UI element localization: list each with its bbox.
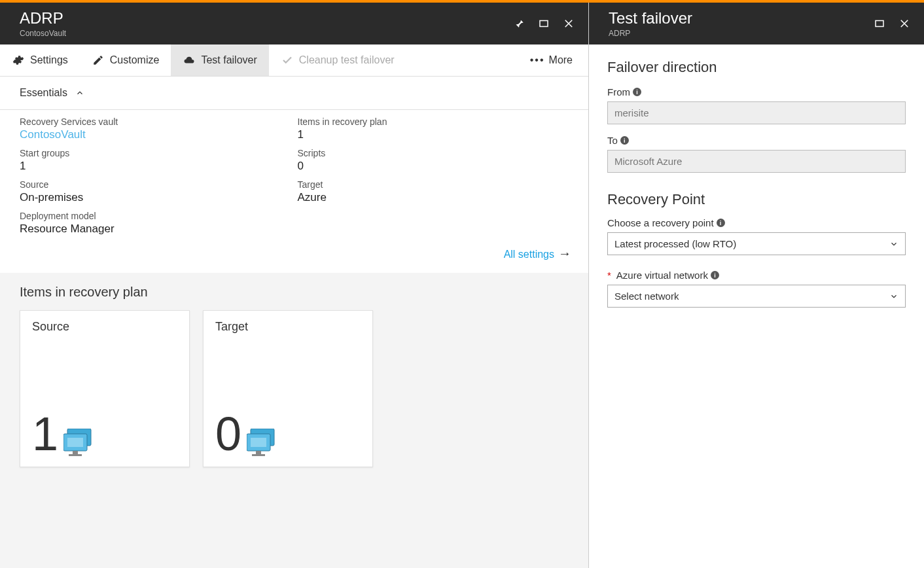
more-button[interactable]: ••• More — [514, 45, 588, 75]
left-pane: ADRP ContosoVault Settings — [0, 3, 589, 568]
recovery-point-title: Recovery Point — [607, 191, 906, 208]
left-toolbar: Settings Customize Test failover Cleanup… — [0, 44, 588, 77]
ess-label: Start groups — [20, 148, 291, 158]
ess-value: Azure — [298, 191, 569, 204]
right-blade-title: Test failover — [609, 9, 873, 27]
customize-label: Customize — [110, 54, 160, 66]
info-icon[interactable]: i — [711, 271, 719, 279]
ess-value-link[interactable]: ContosoVault — [20, 128, 291, 141]
tile-count: 0 — [215, 410, 241, 457]
right-pane: Test failover ADRP Failover direction Fr… — [589, 3, 924, 568]
ess-source: Source On-premises — [20, 179, 291, 204]
required-star-icon: * — [607, 270, 611, 281]
svg-rect-5 — [69, 454, 82, 456]
choose-rp-label: Choose a recovery point i — [607, 217, 906, 228]
maximize-icon[interactable] — [537, 17, 550, 30]
tile-source[interactable]: Source 1 — [20, 310, 190, 467]
right-blade-subtitle: ADRP — [609, 29, 873, 38]
ess-label: Source — [20, 179, 291, 190]
ess-target: Target Azure — [298, 179, 569, 204]
more-label: More — [549, 54, 573, 66]
svg-rect-4 — [73, 451, 78, 454]
close-icon[interactable] — [898, 17, 911, 30]
ess-value: 0 — [298, 160, 569, 173]
maximize-icon[interactable] — [873, 17, 886, 30]
ess-value: 1 — [298, 128, 569, 141]
info-icon[interactable]: i — [717, 219, 725, 227]
ess-label: Scripts — [298, 148, 569, 158]
ess-deployment: Deployment model Resource Manager — [20, 211, 291, 236]
left-blade-subtitle: ContosoVault — [20, 29, 512, 38]
tiles-section: Items in recovery plan Source 1 Target 0 — [0, 273, 588, 568]
svg-rect-0 — [540, 21, 548, 27]
vnet-label: * Azure virtual network i — [607, 270, 906, 281]
right-panel-body: Failover direction From i merisite To i … — [589, 44, 924, 322]
from-label: From i — [607, 86, 906, 98]
chevron-up-icon — [75, 88, 84, 98]
tile-title: Target — [215, 320, 361, 334]
all-settings-label: All settings — [504, 249, 554, 260]
cleanup-label: Cleanup test failover — [299, 54, 395, 66]
test-failover-icon — [183, 54, 196, 67]
ess-label: Recovery Services vault — [20, 116, 291, 127]
ess-value: Resource Manager — [20, 222, 291, 236]
test-failover-button[interactable]: Test failover — [171, 44, 268, 76]
ess-scripts: Scripts 0 — [298, 148, 569, 173]
checkmark-icon — [281, 54, 294, 67]
to-label: To i — [607, 135, 906, 146]
all-settings-row: All settings→ — [0, 238, 588, 273]
recovery-point-value: Latest processed (low RTO) — [614, 238, 736, 249]
info-icon[interactable]: i — [633, 88, 641, 96]
essentials-label: Essentials — [20, 87, 67, 99]
svg-rect-9 — [256, 451, 261, 454]
ess-recovery-vault: Recovery Services vault ContosoVault — [20, 116, 291, 141]
to-field: Microsoft Azure — [607, 150, 906, 173]
ess-value: 1 — [20, 160, 291, 173]
vm-icon — [247, 429, 279, 457]
recovery-point-select[interactable]: Latest processed (low RTO) — [607, 232, 906, 255]
failover-direction-title: Failover direction — [607, 59, 906, 76]
close-icon[interactable] — [562, 17, 575, 30]
vnet-value: Select network — [614, 291, 679, 302]
ess-value: On-premises — [20, 191, 291, 204]
test-failover-label: Test failover — [201, 54, 257, 66]
left-blade-header: ADRP ContosoVault — [0, 3, 588, 44]
svg-rect-3 — [67, 438, 83, 447]
ess-label: Target — [298, 179, 569, 190]
ellipsis-icon: ••• — [530, 54, 545, 66]
chevron-down-icon — [889, 292, 898, 301]
ess-items: Items in recovery plan 1 — [298, 116, 569, 141]
right-blade-header: Test failover ADRP — [589, 3, 924, 44]
info-icon[interactable]: i — [620, 136, 629, 145]
vnet-select[interactable]: Select network — [607, 285, 906, 308]
tile-target[interactable]: Target 0 — [203, 310, 373, 467]
vm-icon — [63, 429, 96, 457]
settings-label: Settings — [30, 54, 68, 66]
svg-rect-8 — [251, 438, 266, 447]
customize-button[interactable]: Customize — [80, 44, 171, 76]
pencil-icon — [92, 54, 105, 67]
pin-icon[interactable] — [512, 17, 525, 30]
chevron-down-icon — [889, 240, 898, 249]
tile-title: Source — [32, 320, 177, 334]
ess-label: Items in recovery plan — [298, 116, 569, 127]
all-settings-link[interactable]: All settings→ — [504, 249, 571, 260]
cleanup-test-failover-button: Cleanup test failover — [269, 44, 406, 76]
settings-button[interactable]: Settings — [0, 44, 80, 76]
tiles-section-title: Items in recovery plan — [20, 285, 569, 300]
from-field: merisite — [607, 101, 906, 124]
gear-icon — [12, 54, 25, 67]
essentials-grid: Recovery Services vault ContosoVault Ite… — [0, 110, 588, 238]
essentials-toggle[interactable]: Essentials — [0, 77, 588, 110]
tile-count: 1 — [32, 410, 58, 457]
ess-label: Deployment model — [20, 211, 291, 221]
left-blade-title: ADRP — [20, 9, 512, 27]
arrow-right-icon: → — [558, 246, 571, 260]
svg-rect-11 — [876, 21, 883, 27]
svg-rect-10 — [252, 454, 265, 456]
ess-start-groups: Start groups 1 — [20, 148, 291, 173]
